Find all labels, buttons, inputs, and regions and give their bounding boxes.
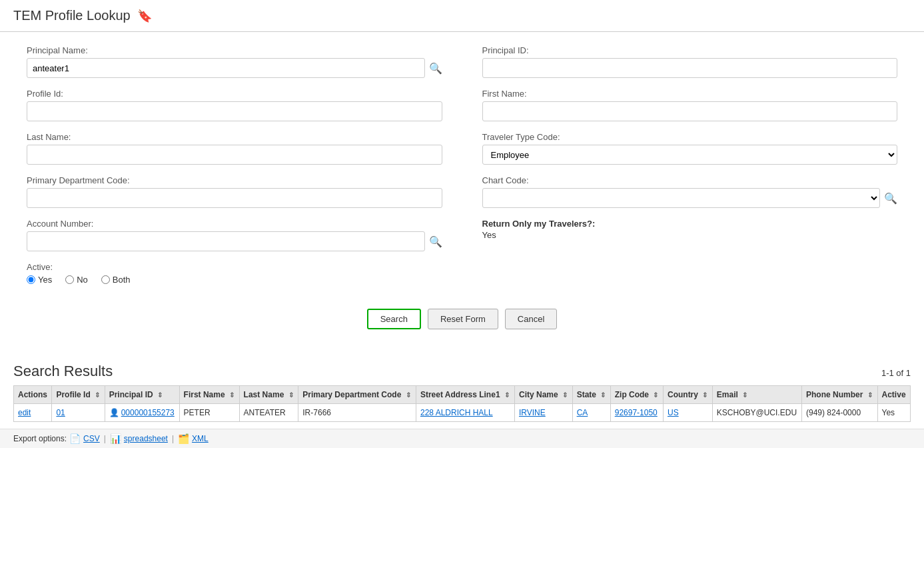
col-email[interactable]: Email ⇕: [712, 386, 801, 404]
traveler-type-row: Traveler Type Code: Employee Non-Employe…: [482, 132, 898, 165]
primary-dept-input[interactable]: [27, 188, 442, 208]
first-name-label: First Name:: [482, 89, 898, 99]
cell-first-name: PETER: [179, 404, 239, 422]
state-link[interactable]: CA: [577, 408, 588, 417]
bookmark-icon: 🔖: [137, 9, 152, 23]
export-bar: Export options: 📄 CSV | 📊 spreadsheet | …: [0, 429, 924, 448]
return-only-value: Yes: [482, 230, 898, 240]
cancel-button[interactable]: Cancel: [505, 309, 557, 329]
last-name-label: Last Name:: [27, 132, 442, 142]
results-section: Search Results 1-1 of 1 Actions Profile …: [0, 363, 924, 422]
active-row: Active: Yes No Both: [27, 262, 442, 285]
profile-id-input[interactable]: [27, 101, 442, 121]
chart-code-input-group: 🔍: [482, 188, 898, 208]
return-only-row: Return Only my Travelers?: Yes: [482, 219, 898, 240]
last-name-row: Last Name:: [27, 132, 442, 165]
active-both-radio[interactable]: [101, 275, 110, 284]
traveler-type-select[interactable]: Employee Non-Employee Student: [482, 145, 898, 165]
cell-country: US: [663, 404, 712, 422]
active-no-label[interactable]: No: [65, 275, 88, 285]
cell-state: CA: [572, 404, 610, 422]
sort-state: ⇕: [600, 391, 606, 399]
city-link[interactable]: IRVINE: [519, 408, 546, 417]
account-number-search-icon[interactable]: 🔍: [429, 235, 442, 248]
cell-city: IRVINE: [514, 404, 572, 422]
last-name-input[interactable]: [27, 145, 442, 165]
search-button[interactable]: Search: [367, 309, 421, 329]
reset-button[interactable]: Reset Form: [428, 309, 498, 329]
active-no-radio[interactable]: [65, 275, 74, 284]
col-phone[interactable]: Phone Number ⇕: [802, 386, 878, 404]
cell-email: KSCHOBY@UCI.EDU: [712, 404, 801, 422]
col-primary-dept[interactable]: Primary Department Code ⇕: [298, 386, 416, 404]
principal-name-row: Principal Name: 🔍: [27, 45, 442, 78]
profile-id-label: Profile Id:: [27, 89, 442, 99]
search-form: Principal Name: 🔍 Profile Id: Last Name:…: [0, 32, 924, 363]
principal-name-input[interactable]: [27, 58, 425, 78]
col-country[interactable]: Country ⇕: [663, 386, 712, 404]
col-active: Active: [877, 386, 910, 404]
person-icon: 👤: [109, 408, 119, 417]
cell-actions: edit: [14, 404, 52, 422]
csv-link[interactable]: CSV: [83, 434, 100, 443]
table-row: edit 01 👤 000000155273 PETER ANTEATER IR…: [14, 404, 911, 422]
form-grid: Principal Name: 🔍 Profile Id: Last Name:…: [27, 45, 897, 295]
cell-primary-dept: IR-7666: [298, 404, 416, 422]
sort-city: ⇕: [562, 391, 568, 399]
xml-link[interactable]: XML: [192, 434, 209, 443]
form-left-column: Principal Name: 🔍 Profile Id: Last Name:…: [27, 45, 442, 295]
col-last-name[interactable]: Last Name ⇕: [239, 386, 298, 404]
primary-dept-label: Primary Department Code:: [27, 175, 442, 185]
sort-profile-id: ⇕: [95, 391, 100, 399]
active-radio-group: Yes No Both: [27, 275, 442, 285]
sort-primary-dept: ⇕: [406, 391, 411, 399]
xls-icon: 📊: [110, 433, 121, 444]
chart-code-search-icon[interactable]: 🔍: [884, 192, 897, 205]
zip-link[interactable]: 92697-1050: [615, 408, 658, 417]
page-header: TEM Profile Lookup 🔖: [0, 0, 924, 32]
form-buttons: Search Reset Form Cancel: [27, 309, 897, 329]
col-street-address[interactable]: Street Address Line1 ⇕: [416, 386, 514, 404]
first-name-input[interactable]: [482, 101, 898, 121]
profile-id-row: Profile Id:: [27, 89, 442, 121]
account-number-input[interactable]: [27, 231, 425, 251]
principal-id-row: Principal ID:: [482, 45, 898, 78]
primary-dept-row: Primary Department Code:: [27, 175, 442, 208]
account-number-input-group: 🔍: [27, 231, 442, 251]
col-profile-id[interactable]: Profile Id ⇕: [52, 386, 105, 404]
active-yes-radio[interactable]: [27, 275, 35, 284]
principal-name-search-icon[interactable]: 🔍: [429, 62, 442, 75]
results-count: 1-1 of 1: [881, 368, 911, 378]
principal-id-link[interactable]: 000000155273: [121, 408, 175, 417]
sort-first-name: ⇕: [229, 391, 234, 399]
col-state[interactable]: State ⇕: [572, 386, 610, 404]
results-table: Actions Profile Id ⇕ Principal ID ⇕ Firs…: [13, 385, 911, 422]
col-zip[interactable]: Zip Code ⇕: [610, 386, 663, 404]
account-number-label: Account Number:: [27, 219, 442, 229]
active-both-label[interactable]: Both: [101, 275, 131, 285]
col-principal-id[interactable]: Principal ID ⇕: [105, 386, 179, 404]
sort-zip: ⇕: [653, 391, 658, 399]
active-label: Active:: [27, 262, 442, 272]
sort-phone: ⇕: [867, 391, 873, 399]
col-first-name[interactable]: First Name ⇕: [179, 386, 239, 404]
profile-id-link[interactable]: 01: [56, 408, 65, 417]
export-label: Export options:: [13, 434, 67, 443]
street-address-link[interactable]: 228 ALDRICH HALL: [420, 408, 493, 417]
principal-id-label: Principal ID:: [482, 45, 898, 55]
principal-name-input-group: 🔍: [27, 58, 442, 78]
page-title: TEM Profile Lookup: [13, 8, 131, 23]
principal-id-cell: 👤 000000155273: [109, 408, 175, 417]
principal-id-input[interactable]: [482, 58, 898, 78]
sort-email: ⇕: [742, 391, 747, 399]
account-number-row: Account Number: 🔍: [27, 219, 442, 251]
chart-code-select[interactable]: [482, 188, 881, 208]
spreadsheet-link[interactable]: spreadsheet: [124, 434, 168, 443]
edit-link[interactable]: edit: [18, 408, 31, 417]
col-city[interactable]: City Name ⇕: [514, 386, 572, 404]
active-yes-label[interactable]: Yes: [27, 275, 52, 285]
country-link[interactable]: US: [668, 408, 679, 417]
chart-code-row: Chart Code: 🔍: [482, 175, 898, 208]
return-only-label: Return Only my Travelers?:: [482, 219, 898, 229]
results-title: Search Results: [13, 363, 113, 380]
